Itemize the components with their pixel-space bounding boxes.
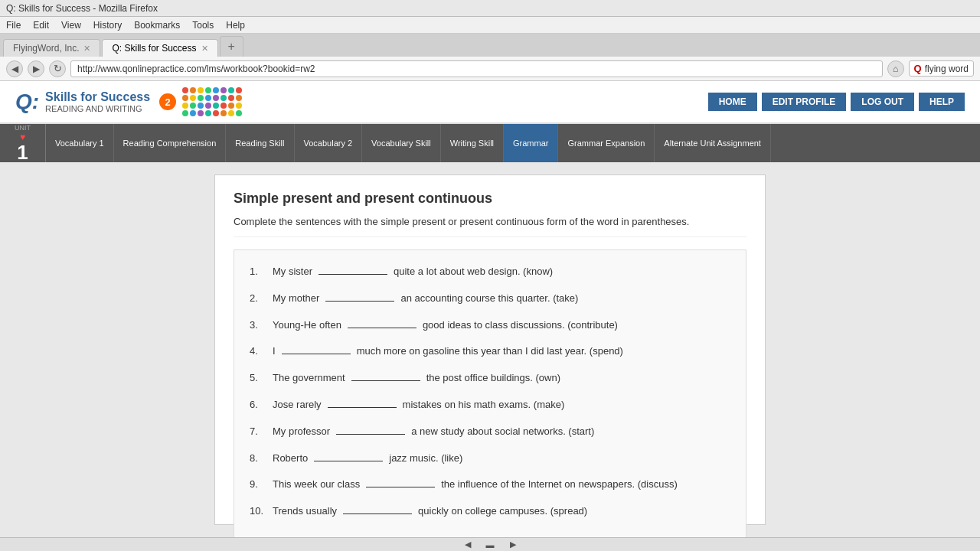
browser-window: Q: Skills for Success - Mozilla Firefox … xyxy=(0,0,980,551)
fill-blank-input[interactable] xyxy=(348,316,416,328)
address-bar: ◀ ▶ ↻ ⌂ Q flying word xyxy=(0,57,980,81)
sentence-pre-text: My professor xyxy=(273,424,330,440)
sentence-item: 3.Young-He often good ideas to class dis… xyxy=(250,316,730,334)
nav-tab-grammar-expansion[interactable]: Grammar Expansion xyxy=(558,124,655,162)
sentence-number: 4. xyxy=(250,344,270,360)
sentence-pre-text: The government xyxy=(273,370,345,386)
decoration-dot xyxy=(190,103,196,109)
search-logo: Q xyxy=(914,63,922,74)
decoration-dot xyxy=(190,95,196,101)
nav-tab-alternate-unit-assignment[interactable]: Alternate Unit Assignment xyxy=(655,124,771,162)
tab-qskills-label: Q: Skills for Success xyxy=(112,43,196,54)
back-button[interactable]: ◀ xyxy=(6,60,23,77)
scroll-left[interactable]: ◀ xyxy=(465,540,471,549)
decoration-dot xyxy=(205,87,211,93)
decoration-dot xyxy=(236,87,242,93)
logout-button[interactable]: LOG OUT xyxy=(851,93,914,111)
nav-tab-writing-skill[interactable]: Writing Skill xyxy=(441,124,504,162)
menu-file[interactable]: File xyxy=(6,20,21,31)
sentence-item: 9.This week our class the influence of t… xyxy=(250,475,730,493)
tab-flyingword[interactable]: FlyingWord, Inc. ✕ xyxy=(3,39,100,57)
fill-blank-input[interactable] xyxy=(282,342,351,354)
sentence-post-text: jazz music. (like) xyxy=(389,451,462,467)
decoration-dot xyxy=(228,95,234,101)
decoration-dot xyxy=(182,95,188,101)
fill-blank-input[interactable] xyxy=(325,289,394,302)
home-nav-button[interactable]: HOME xyxy=(708,93,757,111)
refresh-button[interactable]: ↻ xyxy=(49,60,66,77)
sentence-item: 10.Trends usually quickly on college cam… xyxy=(250,502,730,520)
scroll-right[interactable]: ▶ xyxy=(510,540,516,549)
nav-tab-reading-comprehension[interactable]: Reading Comprehension xyxy=(114,124,227,162)
tab-qskills-close[interactable]: ✕ xyxy=(201,44,208,54)
decoration-dot xyxy=(190,87,196,93)
sentence-number: 3. xyxy=(250,318,270,334)
sentence-pre-text: Roberto xyxy=(273,451,308,467)
menu-help[interactable]: Help xyxy=(226,20,245,31)
nav-tab-vocabulary-2[interactable]: Vocabulary 2 xyxy=(295,124,363,162)
tab-flyingword-label: FlyingWord, Inc. xyxy=(13,43,79,54)
home-button[interactable]: ⌂ xyxy=(887,60,904,77)
menu-history[interactable]: History xyxy=(93,20,122,31)
tab-bar: FlyingWord, Inc. ✕ Q: Skills for Success… xyxy=(0,34,980,57)
sentence-post-text: good ideas to class discussions. (contri… xyxy=(423,318,618,334)
decoration-dot xyxy=(198,87,204,93)
decoration-dot xyxy=(213,95,219,101)
sentence-post-text: much more on gasoline this year than I d… xyxy=(357,344,623,360)
help-button[interactable]: HELP xyxy=(919,93,965,111)
tab-new-button[interactable]: + xyxy=(220,36,243,57)
tab-flyingword-close[interactable]: ✕ xyxy=(83,44,90,54)
fill-blank-input[interactable] xyxy=(318,262,387,275)
forward-button[interactable]: ▶ xyxy=(28,60,44,77)
address-input[interactable] xyxy=(70,60,883,77)
sentence-pre-text: This week our class xyxy=(273,477,360,493)
sentence-item: 8.Roberto jazz music. (like) xyxy=(250,449,730,467)
search-text: flying word xyxy=(925,64,969,74)
logo-title: Skills for Success xyxy=(45,90,150,104)
app-header: Q: Skills for Success READING AND WRITIN… xyxy=(0,81,980,124)
fill-blank-input[interactable] xyxy=(343,502,412,514)
sentence-item: 4.I much more on gasoline this year than… xyxy=(250,342,730,360)
fill-blank-input[interactable] xyxy=(351,369,420,381)
decoration-dot xyxy=(205,110,211,116)
sentence-pre-text: I xyxy=(273,344,276,360)
tab-qskills[interactable]: Q: Skills for Success ✕ xyxy=(102,39,217,57)
edit-profile-button[interactable]: EDIT PROFILE xyxy=(762,93,847,111)
menu-edit[interactable]: Edit xyxy=(33,20,49,31)
status-bar: ◀ ▬ ▶ xyxy=(0,537,980,551)
nav-tab-reading-skill[interactable]: Reading Skill xyxy=(226,124,294,162)
decoration-dot xyxy=(220,110,227,116)
nav-tab-vocabulary-skill[interactable]: Vocabulary Skill xyxy=(362,124,441,162)
fill-blank-input[interactable] xyxy=(314,449,383,461)
fill-blank-input[interactable] xyxy=(366,475,435,487)
exercise-title: Simple present and present continuous xyxy=(234,191,746,207)
menu-bar: File Edit View History Bookmarks Tools H… xyxy=(0,17,980,34)
logo-q-letter: Q: xyxy=(15,90,39,114)
menu-bookmarks[interactable]: Bookmarks xyxy=(134,20,180,31)
decoration-dot xyxy=(228,103,234,109)
fill-blank-input[interactable] xyxy=(336,422,405,435)
decoration-dot xyxy=(228,110,234,116)
menu-view[interactable]: View xyxy=(61,20,81,31)
content-box: Simple present and present continuous Co… xyxy=(214,174,766,525)
nav-tab-vocabulary-1[interactable]: Vocabulary 1 xyxy=(46,124,114,162)
decoration-dot xyxy=(228,87,234,93)
header-nav: HOME EDIT PROFILE LOG OUT HELP xyxy=(708,93,965,111)
main-area: Simple present and present continuous Co… xyxy=(0,162,980,537)
decoration-dot xyxy=(182,87,188,93)
nav-tab-grammar[interactable]: Grammar xyxy=(504,124,558,162)
sentence-number: 5. xyxy=(250,370,270,386)
decoration-dot xyxy=(236,95,242,101)
fill-blank-input[interactable] xyxy=(328,396,397,408)
decoration-dot xyxy=(182,103,188,109)
sentence-pre-text: Young-He often xyxy=(273,318,341,334)
decoration-dot xyxy=(205,95,211,101)
unit-nav: UNIT ♥ 1 Vocabulary 1Reading Comprehensi… xyxy=(0,124,980,162)
sentence-post-text: quickly on college campuses. (spread) xyxy=(418,504,587,520)
logo-area: Q: Skills for Success READING AND WRITIN… xyxy=(15,87,242,116)
menu-tools[interactable]: Tools xyxy=(192,20,214,31)
nav-tabs: Vocabulary 1Reading ComprehensionReading… xyxy=(46,124,980,162)
sentence-pre-text: My sister xyxy=(273,264,312,280)
decoration-dot xyxy=(220,87,227,93)
decoration-dot xyxy=(236,110,242,116)
